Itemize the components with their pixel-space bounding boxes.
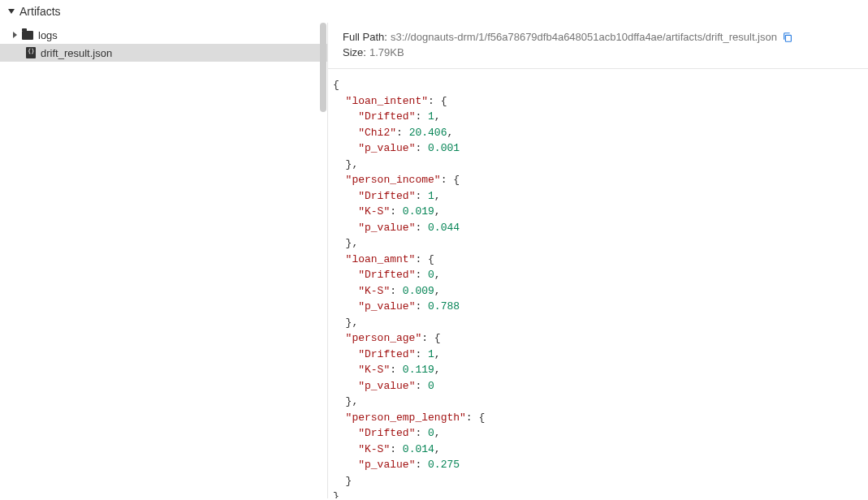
caret-down-icon bbox=[8, 9, 15, 14]
file-tree-sidebar: logs drift_result.json bbox=[0, 23, 328, 498]
copy-icon[interactable] bbox=[782, 32, 793, 43]
folder-label: logs bbox=[38, 29, 58, 41]
section-header[interactable]: Artifacts bbox=[0, 0, 868, 23]
file-label: drift_result.json bbox=[41, 47, 112, 59]
sidebar-scrollbar-thumb[interactable] bbox=[320, 23, 326, 112]
tree-folder-logs[interactable]: logs bbox=[0, 26, 327, 44]
svg-rect-0 bbox=[785, 35, 791, 41]
full-path-row: Full Path:s3://dognauts-drm/1/f56a78679d… bbox=[343, 31, 853, 43]
full-path-value: s3://dognauts-drm/1/f56a78679dfb4a648051… bbox=[391, 31, 777, 43]
folder-icon bbox=[22, 31, 33, 40]
size-label: Size: bbox=[343, 46, 366, 58]
tree-file-drift-result[interactable]: drift_result.json bbox=[0, 44, 327, 62]
full-path-label: Full Path: bbox=[343, 31, 387, 43]
json-viewer[interactable]: { "loan_intent": { "Drifted": 1, "Chi2":… bbox=[328, 69, 868, 498]
caret-right-icon bbox=[13, 32, 17, 38]
main-area: logs drift_result.json Full Path:s3://do… bbox=[0, 23, 868, 498]
content-pane: Full Path:s3://dognauts-drm/1/f56a78679d… bbox=[328, 23, 868, 498]
size-row: Size: 1.79KB bbox=[343, 46, 853, 58]
section-title: Artifacts bbox=[19, 5, 61, 18]
json-file-icon bbox=[26, 47, 36, 58]
file-details-header: Full Path:s3://dognauts-drm/1/f56a78679d… bbox=[328, 23, 868, 69]
size-value: 1.79KB bbox=[369, 46, 404, 58]
sidebar-scrollbar[interactable] bbox=[319, 23, 327, 498]
